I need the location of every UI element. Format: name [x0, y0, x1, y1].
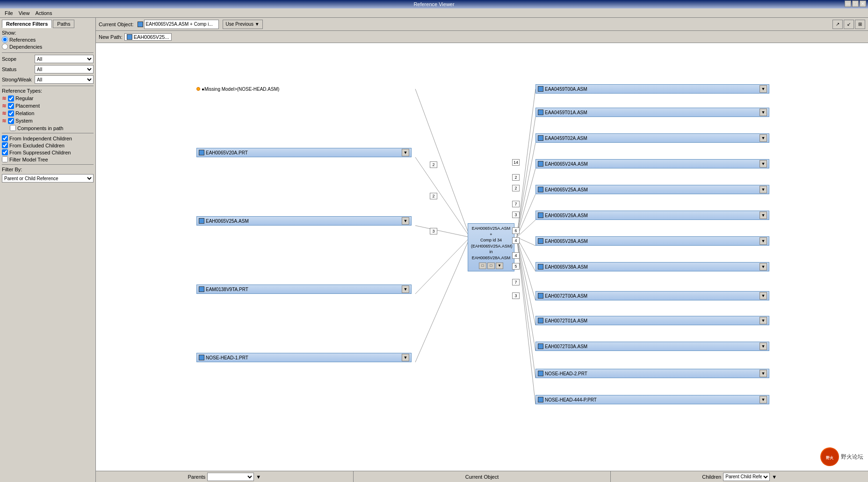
- strongweak-label: Strong/Weak: [2, 77, 35, 82]
- filter-model-tree-check[interactable]: [2, 156, 8, 162]
- right-node-expand-8[interactable]: ▼: [760, 292, 767, 299]
- from-suppressed-check[interactable]: [2, 149, 8, 155]
- reftype-placement-check[interactable]: [8, 103, 14, 109]
- right-node-expand-4[interactable]: ▼: [760, 186, 767, 193]
- reftype-system-check[interactable]: [8, 118, 14, 124]
- right-node-expand-3[interactable]: ▼: [760, 160, 767, 168]
- current-object-input[interactable]: [144, 20, 219, 29]
- right-node-icon-11: [538, 371, 543, 376]
- path-label: New Path:: [99, 34, 123, 40]
- node-expand-2[interactable]: ▼: [402, 217, 409, 225]
- graph-area: ●Missing Model>(NOSE-HEAD.ASM) EAH0065V2…: [96, 43, 868, 471]
- maximize-button[interactable]: □: [852, 0, 859, 7]
- radio-dependencies-label: Dependencies: [9, 44, 42, 50]
- bottom-parents-chevron[interactable]: ▼: [256, 474, 261, 480]
- right-node-expand-12[interactable]: ▼: [760, 396, 767, 403]
- right-node-5: EAH0065V26A.ASM ▼: [535, 211, 769, 220]
- zig-icon-placement: ≋: [2, 102, 7, 109]
- right-node-expand-10[interactable]: ▼: [760, 343, 767, 350]
- right-node-icon-7: [538, 264, 543, 270]
- reftype-relation-check[interactable]: [8, 110, 14, 117]
- from-independent-check[interactable]: [2, 135, 8, 141]
- left-node-3: EAM0138V9TA.PRT ▼: [196, 285, 412, 294]
- center-icon-3[interactable]: ▼: [496, 263, 503, 269]
- radio-dependencies[interactable]: Dependencies: [2, 44, 94, 50]
- from-excluded-check[interactable]: [2, 142, 8, 148]
- bottom-bar: Parents ▼ Current Object Children Parent…: [96, 471, 868, 482]
- scope-select[interactable]: All: [35, 55, 94, 63]
- right-node-10: EAH0072T03A.ASM ▼: [535, 342, 769, 351]
- node-missing: ●Missing Model>(NOSE-HEAD.ASM): [196, 84, 412, 94]
- expand-icon-btn[interactable]: ↗: [832, 20, 843, 29]
- bottom-children-chevron[interactable]: ▼: [772, 474, 777, 480]
- right-node-icon-2: [538, 135, 543, 141]
- zig-icon-relation: ≋: [2, 110, 7, 117]
- svg-line-17: [517, 237, 535, 404]
- node-icon-1: [199, 150, 204, 155]
- layout-icon-btn[interactable]: ⊞: [855, 20, 865, 29]
- svg-line-6: [517, 117, 535, 237]
- collapse-icon-btn[interactable]: ↙: [844, 20, 854, 29]
- right-node-icon-10: [538, 343, 543, 349]
- tab-reference-filters[interactable]: Reference Filters: [2, 20, 52, 28]
- svg-line-12: [517, 237, 535, 271]
- status-select[interactable]: All: [35, 65, 94, 73]
- bottom-parents-select[interactable]: [207, 473, 254, 481]
- center-icon-1[interactable]: □: [479, 263, 486, 269]
- badge-right-7: 7: [512, 201, 520, 207]
- node-expand-4[interactable]: ▼: [402, 354, 409, 361]
- right-node-icon-0: [538, 86, 543, 92]
- right-node-9: EAH0072T01A.ASM ▼: [535, 316, 769, 325]
- filter-model-tree: Filter Model Tree: [2, 156, 94, 162]
- right-node-text-1: EAA0459T01A.ASM: [545, 110, 758, 115]
- bottom-children-select[interactable]: Parent Child Reference: [723, 473, 770, 481]
- menu-view[interactable]: View: [16, 10, 33, 16]
- right-node-expand-5[interactable]: ▼: [760, 212, 767, 219]
- reftype-placement: ≋ Placement: [2, 102, 94, 109]
- right-content: Current Object: Use Previous ▼ ↗ ↙ ⊞ New…: [96, 18, 868, 482]
- right-node-text-12: NOSE-HEAD-444-P.PRT: [545, 397, 758, 402]
- right-node-text-3: EAH0065V24A.ASM: [545, 161, 758, 167]
- reftype-comp-check[interactable]: [10, 125, 16, 131]
- path-item[interactable]: EAH0065V25...: [124, 33, 172, 41]
- node-expand-3[interactable]: ▼: [402, 285, 409, 293]
- window-title: Reference Viewer: [413, 1, 454, 7]
- radio-references[interactable]: References: [2, 37, 94, 43]
- tab-paths[interactable]: Paths: [53, 20, 74, 28]
- strongweak-select[interactable]: All: [35, 75, 94, 84]
- divider-1: [2, 52, 94, 53]
- menu-actions[interactable]: Actions: [32, 10, 55, 16]
- minimize-button[interactable]: —: [845, 0, 851, 7]
- close-button[interactable]: ✕: [860, 0, 866, 7]
- right-node-expand-0[interactable]: ▼: [760, 85, 767, 93]
- right-node-expand-6[interactable]: ▼: [760, 237, 767, 245]
- svg-line-1: [415, 157, 470, 237]
- right-node-expand-7[interactable]: ▼: [760, 263, 767, 270]
- scope-label: Scope: [2, 56, 35, 62]
- menu-file[interactable]: File: [2, 10, 16, 16]
- filter-by-select[interactable]: Parent or Child Reference: [2, 174, 94, 183]
- radio-references-input[interactable]: [2, 37, 8, 43]
- svg-line-5: [517, 89, 535, 237]
- from-suppressed-label: From Suppressed Children: [9, 150, 71, 155]
- center-icon-2[interactable]: □: [487, 263, 495, 269]
- radio-dependencies-input[interactable]: [2, 44, 8, 50]
- show-row: Show:: [2, 30, 94, 36]
- left-node-1: EAH0065V20A.PRT ▼: [196, 148, 412, 157]
- bottom-current: Current Object: [354, 471, 611, 482]
- right-node-icon-8: [538, 293, 543, 299]
- toolbar-icons: ↗ ↙ ⊞: [832, 20, 865, 29]
- node-icon-2: [199, 218, 204, 224]
- svg-line-2: [415, 226, 470, 237]
- right-node-expand-11[interactable]: ▼: [760, 370, 767, 377]
- right-node-expand-9[interactable]: ▼: [760, 317, 767, 324]
- filter-strongweak: Strong/Weak All: [2, 75, 94, 84]
- right-node-expand-2[interactable]: ▼: [760, 134, 767, 142]
- node-expand-1[interactable]: ▼: [402, 149, 409, 156]
- radio-references-label: References: [9, 37, 36, 43]
- use-previous-button[interactable]: Use Previous ▼: [223, 20, 263, 29]
- bottom-current-label: Current Object: [465, 474, 499, 480]
- reftype-regular-check[interactable]: [8, 95, 14, 102]
- right-node-expand-1[interactable]: ▼: [760, 109, 767, 116]
- window-controls[interactable]: — □ ✕: [845, 0, 866, 7]
